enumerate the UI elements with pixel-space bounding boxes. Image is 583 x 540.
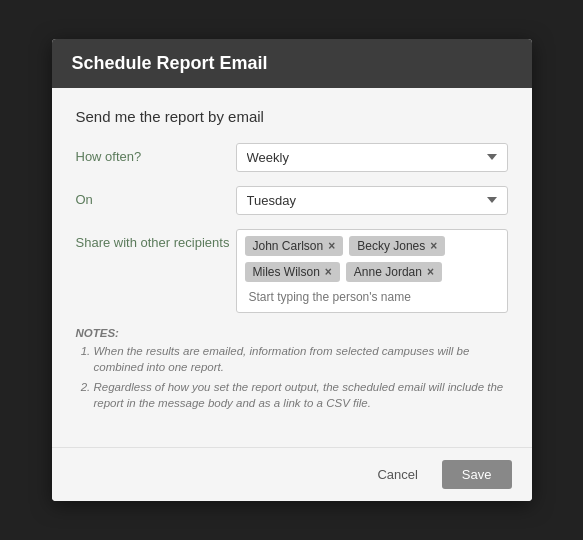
modal-header: Schedule Report Email (52, 39, 532, 88)
tag-row-1: John Carlson × Becky Jones × (245, 236, 499, 256)
how-often-label: How often? (76, 143, 236, 164)
note-item-1: When the results are emailed, informatio… (94, 343, 508, 375)
note-item-2: Regardless of how you set the report out… (94, 379, 508, 411)
notes-list: When the results are emailed, informatio… (76, 343, 508, 411)
tag-name: Anne Jordan (354, 265, 422, 279)
on-select[interactable]: Monday Tuesday Wednesday Thursday Friday (236, 186, 508, 215)
share-label: Share with other recipients (76, 229, 236, 250)
modal-footer: Cancel Save (52, 447, 532, 501)
notes-section: NOTES: When the results are emailed, inf… (76, 327, 508, 411)
tag-john-carlson: John Carlson × (245, 236, 344, 256)
schedule-report-modal: × Schedule Report Email Send me the repo… (52, 39, 532, 501)
how-often-row: How often? Weekly Daily Monthly (76, 143, 508, 172)
on-row: On Monday Tuesday Wednesday Thursday Fri… (76, 186, 508, 215)
on-control: Monday Tuesday Wednesday Thursday Friday (236, 186, 508, 215)
tag-name: Miles Wilson (253, 265, 320, 279)
tag-name: Becky Jones (357, 239, 425, 253)
modal-body: Send me the report by email How often? W… (52, 88, 532, 447)
recipients-row: Share with other recipients John Carlson… (76, 229, 508, 313)
tag-remove-miles[interactable]: × (325, 265, 332, 279)
how-often-control: Weekly Daily Monthly (236, 143, 508, 172)
tag-row-2: Miles Wilson × Anne Jordan × (245, 262, 499, 282)
save-button[interactable]: Save (442, 460, 512, 489)
recipients-control: John Carlson × Becky Jones × Miles Wilso… (236, 229, 508, 313)
recipients-box: John Carlson × Becky Jones × Miles Wilso… (236, 229, 508, 313)
tag-miles-wilson: Miles Wilson × (245, 262, 340, 282)
modal-overlay: × Schedule Report Email Send me the repo… (0, 0, 583, 540)
tag-remove-becky[interactable]: × (430, 239, 437, 253)
tag-becky-jones: Becky Jones × (349, 236, 445, 256)
how-often-select[interactable]: Weekly Daily Monthly (236, 143, 508, 172)
modal-subtitle: Send me the report by email (76, 108, 508, 125)
tag-remove-anne[interactable]: × (427, 265, 434, 279)
tag-anne-jordan: Anne Jordan × (346, 262, 442, 282)
modal-title: Schedule Report Email (72, 53, 268, 73)
recipient-search-input[interactable] (245, 288, 499, 306)
tag-remove-john[interactable]: × (328, 239, 335, 253)
cancel-button[interactable]: Cancel (363, 460, 431, 489)
notes-title: NOTES: (76, 327, 508, 339)
tag-name: John Carlson (253, 239, 324, 253)
on-label: On (76, 186, 236, 207)
